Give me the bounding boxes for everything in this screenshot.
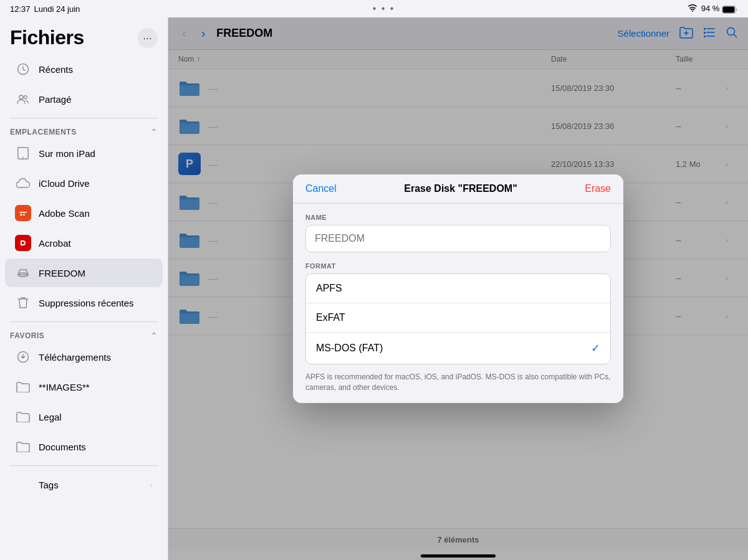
format-section-label: FORMAT <box>305 262 611 270</box>
format-option-exfat[interactable]: ExFAT <box>306 303 610 333</box>
wifi-icon <box>688 4 698 14</box>
freedom-label: FREEDOM <box>39 268 153 278</box>
more-icon: ··· <box>143 33 153 43</box>
modal-overlay: Cancel Erase Disk "FREEDOM" Erase NAME F… <box>168 17 748 560</box>
drive-icon <box>15 265 31 281</box>
sidebar-item-images[interactable]: **IMAGES** <box>5 373 163 401</box>
icloud-label: iCloud Drive <box>39 178 153 189</box>
adobe-scan-app-icon <box>15 205 31 221</box>
sidebar-item-downloads[interactable]: Téléchargements <box>5 343 163 371</box>
tags-chevron: › <box>150 480 153 490</box>
svg-point-4 <box>24 96 27 99</box>
tags-label: Tags <box>39 480 143 490</box>
modal-header: Cancel Erase Disk "FREEDOM" Erase <box>293 174 623 204</box>
favorites-collapse-icon[interactable]: ⌃ <box>150 331 158 341</box>
name-field-label: NAME <box>305 214 611 221</box>
status-bar: 12:37 Lundi 24 juin • • • 94 % <box>0 0 748 17</box>
msdos-label: MS-DOS (FAT) <box>316 343 591 354</box>
favorites-label: Favoris <box>10 331 44 340</box>
sidebar-item-acrobat[interactable]: Acrobat <box>5 229 163 257</box>
svg-point-3 <box>19 95 23 99</box>
sidebar-header: Fichiers ··· <box>0 17 168 54</box>
adobe-scan-label: Adobe Scan <box>39 208 153 219</box>
time-display: 12:37 <box>10 4 31 14</box>
modal-title: Erase Disk "FREEDOM" <box>404 183 517 194</box>
sidebar-item-freedom[interactable]: FREEDOM <box>5 259 163 287</box>
sidebar-item-legal[interactable]: Legal <box>5 402 163 431</box>
modal-body: NAME FORMAT APFS ExFAT MS-DOS (FAT) ✓ <box>293 204 623 403</box>
ipad-label: Sur mon iPad <box>39 148 153 159</box>
folder-documents-icon <box>15 439 31 455</box>
apfs-label: APFS <box>316 283 600 294</box>
check-icon: ✓ <box>591 341 600 355</box>
arrow-down-circle-icon <box>15 349 31 365</box>
sidebar-item-ipad[interactable]: Sur mon iPad <box>5 139 163 168</box>
recents-label: Récents <box>39 64 153 75</box>
clock-icon <box>15 61 31 77</box>
modal-cancel-button[interactable]: Cancel <box>305 183 337 194</box>
exfat-label: ExFAT <box>316 312 600 323</box>
divider-1 <box>10 118 158 118</box>
divider-3 <box>10 465 158 466</box>
legal-label: Legal <box>39 412 153 422</box>
status-bar-right: 94 % <box>688 4 738 13</box>
acrobat-app-icon <box>15 235 31 251</box>
status-bar-left: 12:37 Lundi 24 juin <box>10 4 80 14</box>
svg-point-6 <box>22 157 24 158</box>
locations-collapse-icon[interactable]: ⌃ <box>150 127 158 137</box>
trash-icon <box>15 295 31 311</box>
format-option-apfs[interactable]: APFS <box>306 274 610 303</box>
cloud-icon <box>15 175 31 191</box>
sidebar-item-recents[interactable]: Récents <box>5 55 163 83</box>
sidebar-title: Fichiers <box>10 26 84 49</box>
svg-rect-1 <box>723 6 735 12</box>
folder-images-icon <box>15 379 31 395</box>
shared-label: Partagé <box>39 94 153 105</box>
content-area: ‹ › FREEDOM Sélectionner <box>168 17 748 560</box>
acrobat-label: Acrobat <box>39 238 153 249</box>
main-layout: Fichiers ··· Récents <box>0 17 748 560</box>
format-note: APFS is recommended for macOS, iOS, and … <box>305 372 611 393</box>
sidebar-item-adobe-scan[interactable]: Adobe Scan <box>5 199 163 227</box>
date-display: Lundi 24 juin <box>34 4 80 14</box>
tags-label-icon <box>15 477 31 493</box>
modal-erase-button[interactable]: Erase <box>585 183 611 194</box>
sidebar-more-button[interactable]: ··· <box>138 28 158 48</box>
folder-legal-icon <box>15 409 31 425</box>
images-label: **IMAGES** <box>39 382 153 392</box>
person-2-icon <box>15 91 31 107</box>
ipad-icon <box>15 145 31 161</box>
recent-deletions-label: Suppressions récentes <box>39 298 153 308</box>
format-option-msdos[interactable]: MS-DOS (FAT) ✓ <box>306 333 610 364</box>
erase-disk-modal: Cancel Erase Disk "FREEDOM" Erase NAME F… <box>293 174 623 403</box>
svg-point-9 <box>24 274 26 275</box>
sidebar-item-shared[interactable]: Partagé <box>5 85 163 113</box>
sidebar-item-documents[interactable]: Documents <box>5 432 163 461</box>
format-options: APFS ExFAT MS-DOS (FAT) ✓ <box>305 273 611 364</box>
sidebar: Fichiers ··· Récents <box>0 17 168 560</box>
sidebar-item-recent-deletions[interactable]: Suppressions récentes <box>5 288 163 317</box>
center-dots: • • • <box>373 3 395 14</box>
sidebar-item-icloud[interactable]: iCloud Drive <box>5 169 163 197</box>
downloads-label: Téléchargements <box>39 352 153 363</box>
sidebar-item-tags[interactable]: Tags › <box>5 470 163 499</box>
documents-label: Documents <box>39 442 153 452</box>
divider-2 <box>10 321 158 322</box>
battery-display: 94 % <box>701 4 738 13</box>
disk-name-input[interactable] <box>305 225 611 252</box>
locations-label: Emplacements <box>10 128 77 136</box>
svg-rect-7 <box>19 212 27 213</box>
